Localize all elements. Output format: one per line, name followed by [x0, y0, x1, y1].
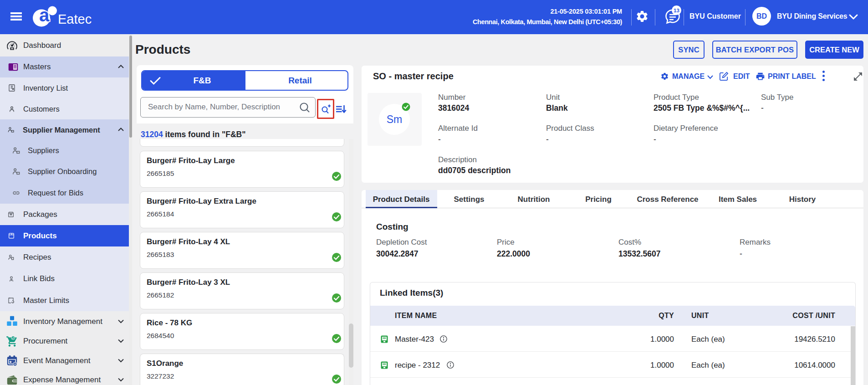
svg-text:a: a	[39, 5, 50, 25]
svg-text:★: ★	[9, 360, 12, 364]
